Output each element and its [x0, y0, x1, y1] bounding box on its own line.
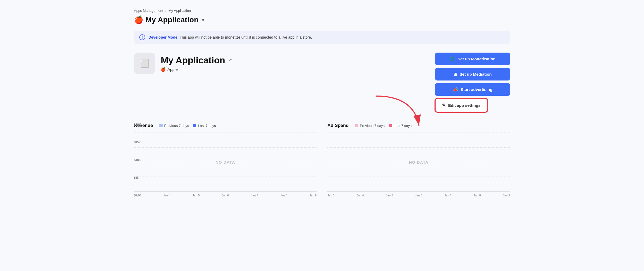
banner-icon: !	[139, 34, 145, 40]
revenue-chart-header: Revenue Previous 7 days Last 7 days	[134, 123, 317, 128]
revenue-x-2: Jan 5	[192, 194, 200, 197]
ad-spend-legend-last: Last 7 days	[389, 124, 412, 128]
ad-spend-legend-previous-dot	[355, 124, 358, 127]
revenue-chart-grid: NO DATA Jan 3 Jan 4 Jan 5 Jan 6 Jan 7 Ja…	[134, 133, 317, 197]
edit-app-settings-button[interactable]: ✎ Edit app settings	[435, 98, 488, 112]
page-title-text: My Application	[145, 16, 199, 24]
revenue-x-3: Jan 6	[222, 194, 229, 197]
ad-spend-x-6: Jan 9	[503, 194, 510, 197]
page-title-row: 🍎 My Application ▾	[134, 15, 510, 24]
ad-spend-legend-previous: Previous 7 days	[355, 124, 385, 128]
edit-icon: ✎	[442, 103, 445, 108]
setup-mediation-label: Set up Mediation	[460, 72, 492, 76]
ad-spend-chart-title: Ad Spend	[327, 123, 349, 128]
revenue-legend-previous-label: Previous 7 days	[164, 124, 189, 128]
ad-spend-x-1: Jan 4	[357, 194, 364, 197]
ad-spend-x-labels: Jan 3 Jan 4 Jan 5 Jan 6 Jan 7 Jan 8 Jan …	[327, 194, 510, 197]
ad-spend-x-5: Jan 8	[474, 194, 481, 197]
revenue-no-data: NO DATA	[215, 160, 235, 164]
revenue-x-labels: Jan 3 Jan 4 Jan 5 Jan 6 Jan 7 Jan 8 Jan …	[134, 194, 317, 197]
page-title: 🍎 My Application ▾	[134, 15, 204, 24]
revenue-chart-area: NO DATA	[134, 133, 317, 192]
grid-line-3	[134, 177, 317, 177]
edit-app-settings-container: ✎ Edit app settings	[435, 98, 510, 112]
banner-bold-text: Developer Mode:	[148, 35, 179, 39]
app-header: ⬜ My Application ↗ 🍎 Apple 💲 Set up Mone…	[134, 53, 510, 112]
revenue-legend-previous: Previous 7 days	[159, 124, 189, 128]
apple-icon-small: 🍎	[161, 67, 166, 72]
dollar-icon: 💲	[450, 56, 455, 61]
app-icon-box: ⬜	[134, 53, 155, 74]
app-platform-text: Apple	[167, 67, 178, 72]
grid-line-1	[134, 147, 317, 148]
ad-spend-y-label-3: $5K	[134, 176, 147, 179]
breadcrumb-parent[interactable]: Apps Management	[134, 9, 163, 13]
ad-grid-line-0	[327, 133, 510, 133]
ad-spend-y-label-1: $15K	[134, 141, 147, 144]
layers-icon: ⊞	[454, 72, 457, 77]
charts-section: Revenue Previous 7 days Last 7 days	[134, 123, 510, 197]
ad-spend-y-label-4: $0.00	[134, 194, 147, 197]
revenue-x-5: Jan 8	[280, 194, 287, 197]
external-link-icon[interactable]: ↗	[228, 57, 232, 63]
app-info: ⬜ My Application ↗ 🍎 Apple	[134, 53, 232, 74]
revenue-x-1: Jan 4	[163, 194, 170, 197]
revenue-x-6: Jan 9	[309, 194, 317, 197]
ad-spend-y-labels: $20K $15K $10K $5K $0.00	[134, 123, 147, 197]
ad-spend-chart-body: $20K $15K $10K $5K $0.00 NO DATA	[327, 133, 510, 197]
ad-grid-line-3	[327, 177, 510, 177]
grid-line-0	[134, 133, 317, 133]
ad-spend-legend-last-label: Last 7 days	[394, 124, 412, 128]
ad-spend-legend-last-dot	[389, 124, 392, 127]
megaphone-icon: 📣	[453, 87, 458, 92]
setup-mediation-button[interactable]: ⊞ Set up Mediation	[435, 68, 510, 80]
page-title-chevron[interactable]: ▾	[202, 17, 204, 23]
ad-spend-legend-previous-label: Previous 7 days	[360, 124, 385, 128]
revenue-x-4: Jan 7	[251, 194, 258, 197]
ad-spend-chart-header: Ad Spend Previous 7 days Last 7 days	[327, 123, 510, 128]
ad-spend-y-label-0: $20K	[134, 123, 147, 126]
ad-spend-y-label-2: $10K	[134, 158, 147, 162]
revenue-chart: Revenue Previous 7 days Last 7 days	[134, 123, 317, 197]
breadcrumb-separator: /	[165, 9, 166, 13]
setup-monetization-button[interactable]: 💲 Set up Monetization	[435, 53, 510, 65]
revenue-legend-previous-dot	[159, 124, 163, 127]
ad-spend-chart-grid: NO DATA Jan 3 Jan 4 Jan 5 Jan 6 Jan 7 Ja…	[327, 133, 510, 197]
charts-wrapper: Revenue Previous 7 days Last 7 days	[134, 123, 510, 197]
banner-text: Developer Mode: This app will not be abl…	[148, 35, 312, 39]
banner-message: This app will not be able to monetize un…	[179, 35, 312, 39]
breadcrumb-current: My Application	[169, 9, 191, 13]
revenue-legend-last: Last 7 days	[193, 124, 216, 128]
app-name-text: My Application	[161, 55, 225, 65]
setup-monetization-label: Set up Monetization	[458, 57, 496, 61]
revenue-legend-last-label: Last 7 days	[198, 124, 216, 128]
app-platform: 🍎 Apple	[161, 67, 232, 72]
ad-spend-x-3: Jan 6	[415, 194, 422, 197]
ad-spend-x-0: Jan 3	[327, 194, 335, 197]
start-advertising-button[interactable]: 📣 Start advertising	[435, 83, 510, 96]
start-advertising-label: Start advertising	[461, 87, 492, 92]
ad-spend-chart-area: NO DATA	[327, 133, 510, 192]
ad-spend-chart: Ad Spend Previous 7 days Last 7 days	[327, 123, 510, 197]
app-name: My Application ↗	[161, 55, 232, 65]
revenue-chart-body: $20K $15K $10K $5K $0.00 NO DATA	[134, 133, 317, 197]
app-icon-placeholder: ⬜	[140, 59, 149, 68]
ad-spend-x-4: Jan 7	[444, 194, 452, 197]
ad-spend-no-data: NO DATA	[409, 160, 428, 164]
ad-grid-line-1	[327, 147, 510, 148]
breadcrumb: Apps Management / My Application	[134, 9, 510, 13]
app-name-group: My Application ↗ 🍎 Apple	[161, 55, 232, 72]
revenue-legend: Previous 7 days Last 7 days	[159, 124, 216, 128]
developer-mode-banner: ! Developer Mode: This app will not be a…	[134, 31, 510, 44]
revenue-legend-last-dot	[193, 124, 196, 127]
ad-spend-legend: Previous 7 days Last 7 days	[355, 124, 411, 128]
action-buttons: 💲 Set up Monetization ⊞ Set up Mediation…	[435, 53, 510, 112]
edit-app-settings-label: Edit app settings	[448, 103, 481, 108]
apple-icon-title: 🍎	[134, 15, 143, 24]
ad-spend-x-2: Jan 5	[386, 194, 393, 197]
